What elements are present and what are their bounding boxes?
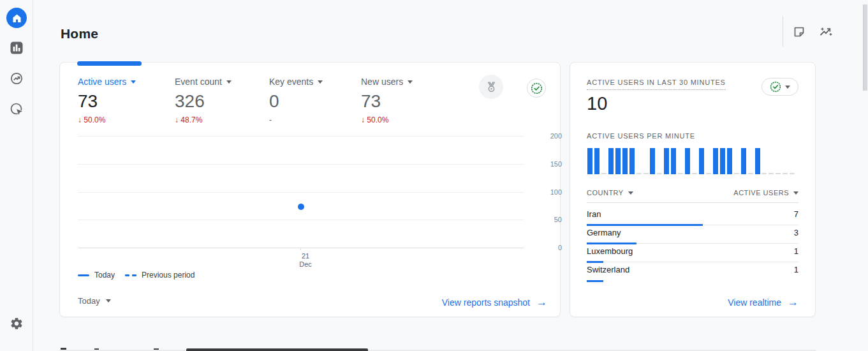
minute-empty-mark [748,173,753,174]
header-divider [783,16,783,47]
minute-bar [664,148,669,174]
minute-slot [734,173,741,174]
ga-home-page: Home Active users73↓ 50.0%Event count326… [0,0,868,351]
country-table-rows: Iran7Germany3Luxembourg1Switzerland1 [587,207,798,281]
minute-empty-mark [692,173,697,174]
metric-value: 0 [269,91,362,112]
minute-slot [678,173,685,174]
metric-dropdown[interactable]: Active users [78,77,170,87]
y-axis-tick-label: 50 [543,216,562,223]
view-reports-snapshot-link[interactable]: View reports snapshot → [442,296,547,309]
minute-slot [692,173,699,174]
metric-label: Event count [175,77,222,87]
minute-empty-mark [657,173,662,174]
minute-slot [699,148,706,174]
active-users-30min-value: 10 [587,93,607,114]
arrow-right-icon: → [788,296,798,309]
sidebar-item-advertising[interactable] [10,102,24,116]
metric-delta: ↓ 50.0% [78,116,170,124]
insights-sparkline-icon [818,24,834,40]
minute-bar [727,148,732,174]
admin-gear-icon [10,317,24,331]
minute-slot [601,173,608,174]
legend-item-previous-period: Previous period [125,271,195,280]
chevron-down-icon [628,191,633,195]
data-quality-check-icon [531,82,543,94]
left-nav-rail [0,0,33,351]
minute-bar [720,148,725,174]
notes-button[interactable] [791,24,807,40]
time-range-label: Today [78,296,100,306]
minute-slot [664,148,671,174]
minute-slot [615,148,622,174]
y-axis-tick-label: 150 [543,160,562,168]
country-column-dropdown[interactable]: COUNTRY [587,189,633,197]
minute-empty-mark [769,173,774,174]
table-row: Luxembourg1 [587,244,798,262]
metric-key-events: Key events0- [269,77,362,124]
minute-slot [671,148,678,174]
metric-dropdown[interactable]: Key events [269,77,362,87]
card-tab-indicator [77,61,142,66]
minute-slot [657,173,664,174]
data-point-today [298,204,304,210]
notes-icon [793,26,805,38]
data-quality-badge[interactable] [527,78,546,98]
view-realtime-link[interactable]: View realtime → [728,296,798,309]
insights-button[interactable] [818,24,834,40]
minute-empty-mark [601,173,607,174]
sidebar-item-reports[interactable] [10,41,24,55]
active-users-per-minute-chart [587,148,797,174]
chevron-down-icon [226,80,232,84]
data-quality-dropdown[interactable] [761,78,798,96]
minute-slot [727,148,734,174]
minute-slot [636,173,644,174]
country-active-users: 7 [794,209,798,219]
minute-empty-mark [734,173,739,174]
sidebar-item-explore[interactable] [10,71,24,86]
minute-slot [741,148,748,174]
minute-bar [587,148,592,174]
active-users-column-dropdown[interactable]: ACTIVE USERS [733,189,798,197]
metric-dropdown[interactable]: New users [361,77,453,87]
country-name: Iran [587,209,601,219]
minute-slot [790,173,797,174]
minute-bar [608,148,614,174]
dashed-line-swatch [125,274,136,276]
minute-bar [699,148,704,174]
minute-bar [741,148,746,174]
sidebar-item-admin[interactable] [10,317,24,331]
metric-dropdown[interactable]: Event count [175,77,267,87]
gridline [78,136,524,137]
minute-empty-mark [783,173,788,174]
horizontal-scrollbar-thumb[interactable] [186,348,368,351]
country-active-users: 3 [794,228,798,237]
sidebar-item-home[interactable] [6,8,27,28]
gridline [78,248,524,248]
minute-slot [755,148,762,174]
x-axis-label: 21 Dec [286,252,325,269]
country-active-users: 1 [794,265,798,274]
page-title: Home [61,26,98,41]
home-icon [11,13,22,24]
vertical-scrollbar-thumb[interactable] [863,4,867,91]
table-row: Iran7 [587,207,798,225]
solid-line-swatch [78,274,89,276]
gridline [78,220,524,220]
minute-slot [650,148,657,174]
country-active-users: 1 [794,246,798,256]
legend-label: Previous period [142,271,195,280]
metric-value: 73 [361,91,453,112]
minute-slot [761,173,769,174]
time-range-dropdown[interactable]: Today [78,296,111,306]
chevron-down-icon [408,80,413,84]
metric-label: Key events [269,77,313,87]
minute-bar [629,148,635,174]
metric-active-users: Active users73↓ 50.0% [78,77,170,124]
minute-bar [713,148,718,174]
minute-slot [644,173,651,174]
benchmarking-badge[interactable] [479,75,503,99]
minute-empty-mark [790,173,795,174]
minute-slot [713,148,720,174]
active-users-trend-chart: 21 Dec 200150100500 [78,136,524,248]
